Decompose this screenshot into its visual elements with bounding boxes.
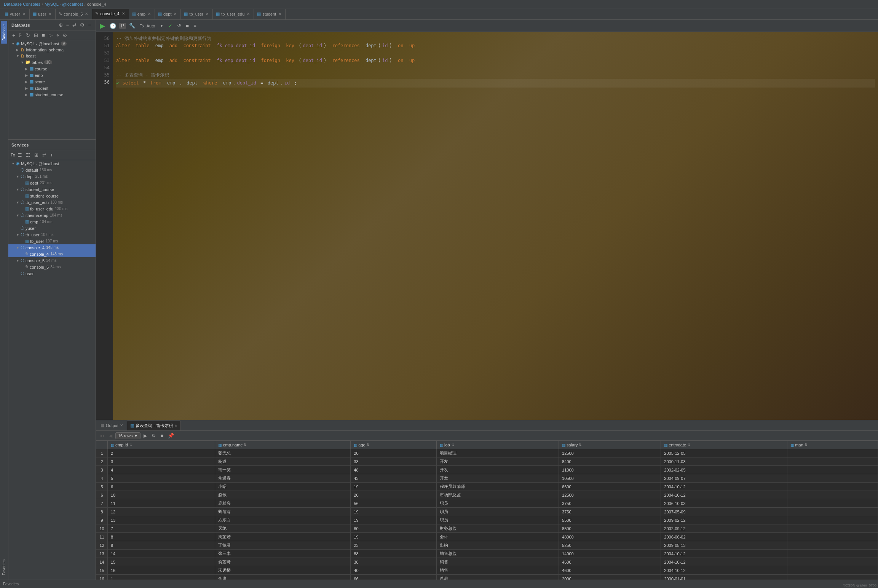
- tree-emp-table[interactable]: ▶ ▦ emp: [8, 72, 96, 78]
- table-row[interactable]: 7 11 鹿杖客 56 职员 3750 2006-10-03: [96, 499, 878, 508]
- col-emp-id[interactable]: ▦ emp.id ⇅: [108, 441, 215, 449]
- services-align-down-btn[interactable]: ☷: [24, 151, 32, 159]
- editor-area[interactable]: 50 51 52 53 54 55 56 -- 添加外键约束并指定外键的删除和更…: [96, 32, 878, 420]
- table-row[interactable]: 3 4 韦一笑 48 开发 11000 2002-02-05: [96, 466, 878, 474]
- rollback-btn[interactable]: ↺: [176, 22, 183, 29]
- tree-course-table[interactable]: ▶ ▦ course: [8, 65, 96, 72]
- svc-itheima-emp-session[interactable]: ▼ ⬡ itheima.emp 104 ms: [8, 212, 96, 218]
- new-datasource-btn[interactable]: ⊕: [57, 21, 64, 29]
- vertical-tab-favorites[interactable]: Favorites: [1, 556, 7, 578]
- svc-dept-session[interactable]: ▼ ⬡ dept 231 ms: [8, 173, 96, 180]
- tab-console5[interactable]: ✎ console_5 ✕: [56, 9, 92, 19]
- tab-tb-user-edu[interactable]: ▦ tb_user_edu ✕: [213, 9, 254, 19]
- svc-default[interactable]: ⬡ default 150 ms: [8, 167, 96, 173]
- commit-btn[interactable]: ✓: [166, 22, 174, 30]
- services-add-btn[interactable]: +: [49, 151, 55, 159]
- table-row[interactable]: 13 14 张三丰 88 销售总监 14000 2004-10-12: [96, 550, 878, 558]
- svc-tb-user-edu-session[interactable]: ▼ ⬡ tb_user_edu 130 ms: [8, 199, 96, 206]
- close-tab-user[interactable]: ✕: [48, 12, 52, 16]
- tab-user[interactable]: ▦ user ✕: [30, 9, 56, 19]
- filter-btn[interactable]: ≡: [65, 21, 71, 29]
- svc-user-session[interactable]: ⬡ user: [8, 270, 96, 277]
- services-flow-btn[interactable]: ⥂: [41, 151, 48, 159]
- svc-emp-query[interactable]: ▦ emp 104 ms: [8, 218, 96, 225]
- tree-information-schema[interactable]: ▶ 🗋 information_schema: [8, 47, 96, 53]
- collapse-arrow[interactable]: ▼: [16, 54, 21, 58]
- table-row[interactable]: 12 9 丁敏君 23 出纳 5250 2009-05-13: [96, 541, 878, 550]
- expand-btn[interactable]: ⌖: [55, 32, 61, 39]
- svc-console4-item[interactable]: ✎ console_4 148 ms: [8, 251, 96, 257]
- close-tab-tb-user[interactable]: ✕: [205, 12, 209, 16]
- table-row[interactable]: 10 7 灭绝 60 财务总监 8500 2002-09-12: [96, 524, 878, 533]
- sync-btn[interactable]: ⇄: [71, 21, 78, 29]
- svc-tb-user-session[interactable]: ▼ ⬡ tb_user 107 ms: [8, 231, 96, 238]
- table-row[interactable]: 9 13 方东白 19 职员 5500 2009-02-12: [96, 516, 878, 524]
- col-man[interactable]: ▦ man ⇅: [787, 441, 878, 449]
- close-cartesian-tab[interactable]: ✕: [174, 424, 177, 428]
- close-tab-console4[interactable]: ✕: [121, 11, 126, 16]
- table-row[interactable]: 5 6 小昭 19 程序员鼓励师 6600 2004-10-12: [96, 483, 878, 491]
- table-row[interactable]: 11 8 周芷若 19 会计 48000 2006-06-02: [96, 533, 878, 541]
- close-tab-student[interactable]: ✕: [278, 12, 282, 16]
- col-salary[interactable]: ▦ salary ⇅: [559, 441, 661, 449]
- stop-query-btn[interactable]: ■: [184, 22, 190, 29]
- svc-console4-session[interactable]: ▼ ⬡ console_4 148 ms: [8, 244, 96, 251]
- services-align-up-btn[interactable]: ☰: [16, 151, 24, 159]
- tree-mysql-connection[interactable]: ▼ ◉ MySQL - @localhost 9: [8, 40, 96, 47]
- svc-console5-item[interactable]: ✎ console_5 34 ms: [8, 264, 96, 270]
- table-row[interactable]: 15 16 宋远桥 40 销售 4600 2004-10-12: [96, 566, 878, 575]
- timer-btn[interactable]: 🕐: [108, 22, 118, 30]
- collapse-btn[interactable]: −: [86, 21, 93, 29]
- svc-student-course-table[interactable]: ▦ student_course: [8, 193, 96, 199]
- svc-tb-user-edu-query[interactable]: ▦ tb_user_edu 130 ms: [8, 206, 96, 212]
- sort-icon[interactable]: ⇅: [687, 443, 690, 447]
- expand-arrow[interactable]: ▶: [25, 86, 30, 90]
- close-output-tab[interactable]: ✕: [120, 423, 123, 427]
- results-tab-cartesian[interactable]: ▦ 多表查询 - 笛卡尔积 ✕: [127, 421, 181, 430]
- sort-icon[interactable]: ⇅: [244, 443, 247, 447]
- filter2-btn[interactable]: ⊘: [61, 32, 69, 39]
- code-editor[interactable]: -- 添加外键约束并指定外键的删除和更新行为 alter table emp a…: [113, 32, 878, 420]
- col-emp-name[interactable]: ▦ emp.name ⇅: [215, 441, 351, 449]
- sort-icon[interactable]: ⇅: [451, 443, 454, 447]
- tx-dropdown-btn[interactable]: ▼: [158, 23, 165, 29]
- sort-icon[interactable]: ⇅: [367, 443, 370, 447]
- svc-student-course-session[interactable]: ▼ ⬡ student_course: [8, 186, 96, 193]
- stop-results-btn[interactable]: ■: [159, 432, 165, 439]
- col-entrydate[interactable]: ▦ entrydate ⇅: [661, 441, 787, 449]
- table-row[interactable]: 16 1 金庸 66 总裁 2000 2000-01-01: [96, 575, 878, 580]
- refresh-db-btn[interactable]: ↻: [24, 32, 32, 39]
- services-grid-btn[interactable]: ⊞: [33, 151, 40, 159]
- table-row[interactable]: 2 3 杨道 33 开发 8400 2000-11-03: [96, 457, 878, 466]
- format-btn[interactable]: ≡: [192, 22, 198, 29]
- close-tab-emp[interactable]: ✕: [147, 12, 152, 16]
- schema-btn[interactable]: ⊞: [32, 32, 40, 39]
- expand-arrow[interactable]: ▶: [25, 80, 30, 84]
- wrench-btn[interactable]: 🔧: [128, 22, 137, 29]
- rows-dropdown[interactable]: 16 rows ▼: [115, 432, 140, 439]
- tab-emp[interactable]: ▦ emp ✕: [129, 9, 155, 19]
- close-tab-console5[interactable]: ✕: [84, 12, 89, 16]
- tree-student-course-table[interactable]: ▶ ▦ student_course: [8, 91, 96, 98]
- table-row[interactable]: 8 12 鹤笔翁 19 职员 3750 2007-05-09: [96, 508, 878, 516]
- col-job[interactable]: ▦ job ⇅: [437, 441, 559, 449]
- svc-yuser-session[interactable]: ⬡ yuser: [8, 225, 96, 231]
- add-btn[interactable]: +: [11, 32, 17, 39]
- expand-arrow[interactable]: ▶: [16, 48, 21, 52]
- table-row[interactable]: 14 15 俞莲舟 38 销售 4600 2004-10-12: [96, 558, 878, 566]
- close-tab-yuser[interactable]: ✕: [22, 12, 26, 16]
- p-btn[interactable]: P: [119, 23, 126, 29]
- breadcrumb-item-2[interactable]: MySQL - @localhost: [45, 2, 83, 6]
- svc-console5-session[interactable]: ▼ ⬡ console_5 34 ms: [8, 257, 96, 264]
- console-btn[interactable]: ▷: [47, 32, 54, 39]
- sort-icon[interactable]: ⇅: [805, 443, 808, 447]
- svc-dept-query[interactable]: ▦ dept 231 ms: [8, 180, 96, 186]
- table-row[interactable]: 6 10 赵敏 20 市场部总监 12500 2004-10-12: [96, 491, 878, 499]
- col-age[interactable]: ▦ age ⇅: [351, 441, 437, 449]
- collapse-arrow[interactable]: ▼: [21, 61, 25, 64]
- expand-arrow[interactable]: ▶: [25, 73, 30, 77]
- nav-prev-btn[interactable]: ◀: [107, 432, 114, 439]
- sort-icon[interactable]: ⇅: [579, 443, 582, 447]
- tree-student-table[interactable]: ▶ ▦ student: [8, 85, 96, 91]
- results-table-container[interactable]: ▦ emp.id ⇅ ▦ emp.name ⇅: [96, 441, 878, 580]
